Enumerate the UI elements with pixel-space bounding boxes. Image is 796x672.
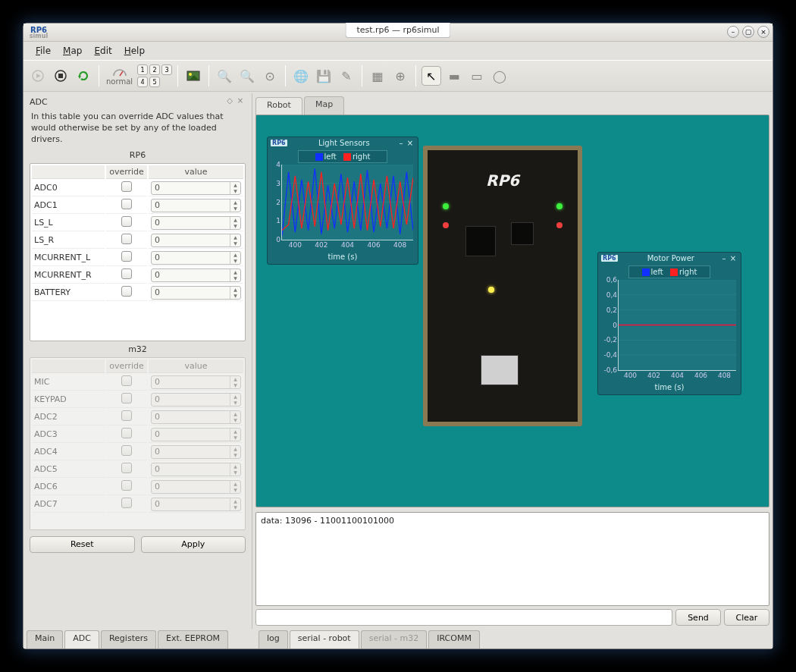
play-button[interactable] [28, 66, 48, 86]
send-button[interactable]: Send [675, 609, 721, 626]
pointer-tool[interactable]: ↖ [422, 66, 441, 86]
close-button[interactable]: × [757, 26, 769, 38]
snap-button[interactable]: ⊕ [390, 66, 410, 86]
value-spinner: 0▲▼ [151, 410, 241, 424]
override-checkbox [121, 480, 132, 491]
speed-dropdown[interactable]: normal [105, 67, 134, 86]
override-checkbox [121, 410, 132, 421]
menu-file[interactable]: File [30, 44, 57, 58]
bottom-tab[interactable]: IRCOMM [428, 630, 480, 648]
adc-panel-title: ADC [30, 97, 48, 107]
stop-button[interactable] [51, 66, 71, 86]
num-1[interactable]: 1 [137, 64, 148, 75]
value-spinner[interactable]: 0▲▼ [151, 199, 241, 212]
motor-power-panel[interactable]: RP6 Motor Power – × left right -0,6-0,4-… [597, 252, 741, 395]
override-checkbox[interactable] [121, 286, 132, 297]
tab-robot[interactable]: Robot [255, 97, 302, 115]
bottom-tab[interactable]: Main [27, 630, 63, 648]
panel-minimize-button[interactable]: – [396, 139, 406, 147]
override-checkbox [121, 463, 132, 473]
zoom-out-button[interactable]: 🔍 [237, 66, 257, 86]
image-tool[interactable] [183, 66, 203, 86]
menu-help[interactable]: Help [118, 44, 151, 58]
rect-tool[interactable]: ▬ [444, 66, 464, 86]
table-row: ADC70▲▼ [32, 497, 243, 513]
robot-board[interactable] [423, 146, 582, 426]
value-spinner: 0▲▼ [151, 463, 241, 476]
override-checkbox[interactable] [121, 181, 132, 192]
menu-edit[interactable]: Edit [88, 44, 118, 58]
svg-marker-1 [36, 74, 41, 78]
bottom-tab[interactable]: log [259, 630, 288, 648]
table-row: MCURRENT_R0▲▼ [32, 268, 243, 284]
save-button[interactable]: 💾 [314, 66, 334, 86]
grid-button[interactable]: ▦ [368, 66, 387, 86]
value-spinner: 0▲▼ [151, 375, 241, 389]
reset-button[interactable]: Reset [30, 536, 135, 553]
adc-row-name: ADC0 [32, 181, 105, 196]
adc-row-name: ADC1 [32, 198, 105, 214]
value-spinner[interactable]: 0▲▼ [151, 268, 241, 282]
table-row: ADC60▲▼ [32, 479, 243, 495]
panel-close-button[interactable]: × [729, 254, 738, 262]
tab-map[interactable]: Map [304, 96, 344, 115]
window-title: test.rp6 — rp6simul [345, 23, 450, 38]
panel-minimize-button[interactable]: – [719, 254, 729, 262]
adc-row-name: ADC5 [32, 462, 105, 478]
light-sensors-title: Light Sensors [292, 139, 396, 147]
num-2[interactable]: 2 [149, 64, 160, 75]
erase-button[interactable]: ✎ [337, 66, 356, 86]
table-row: ADC10▲▼ [32, 198, 243, 214]
value-spinner[interactable]: 0▲▼ [151, 216, 241, 230]
light-sensors-panel[interactable]: RP6 Light Sensors – × left right 0123440… [267, 137, 418, 265]
zoom-fit-button[interactable]: ⊙ [260, 66, 280, 86]
motor-power-legend: left right [628, 265, 710, 278]
num-4[interactable]: 4 [137, 77, 148, 87]
value-spinner: 0▲▼ [151, 428, 241, 441]
override-checkbox[interactable] [121, 251, 132, 262]
log-input[interactable] [255, 609, 672, 626]
bottom-tab[interactable]: serial - robot [290, 630, 359, 648]
clear-button[interactable]: Clear [724, 609, 769, 626]
panel-close-button[interactable]: × [406, 139, 415, 147]
bottom-tab[interactable]: Registers [101, 630, 156, 648]
globe-button[interactable]: 🌐 [291, 66, 311, 86]
legend-right: right [353, 152, 371, 161]
led-tool[interactable]: ▭ [467, 66, 487, 86]
override-checkbox[interactable] [121, 199, 132, 209]
override-checkbox[interactable] [121, 268, 132, 279]
toolbar: normal 1 2 3 4 5 🔍 🔍 ⊙ 🌐 💾 ✎ ▦ ⊕ ↖ ▬ ▭ [24, 60, 772, 92]
bottom-tab[interactable]: ADC [64, 630, 99, 648]
dock-float-button[interactable]: ◇ [224, 96, 235, 107]
num-5[interactable]: 5 [149, 77, 160, 87]
value-spinner[interactable]: 0▲▼ [151, 181, 241, 195]
gauge-icon [112, 67, 127, 77]
bottom-tab[interactable]: Ext. EEPROM [158, 630, 228, 648]
override-checkbox[interactable] [121, 234, 132, 244]
override-checkbox [121, 428, 132, 438]
legend-left: left [651, 268, 663, 276]
apply-button[interactable]: Apply [141, 536, 246, 553]
rp6-table: override value ADC00▲▼ADC10▲▼LS_L0▲▼LS_R… [30, 163, 246, 341]
override-checkbox [121, 393, 132, 404]
value-spinner: 0▲▼ [151, 498, 241, 511]
maximize-button[interactable]: ▢ [742, 26, 754, 38]
col-override-m32: override [106, 360, 147, 373]
adc-row-name: LS_L [32, 215, 105, 231]
value-spinner[interactable]: 0▲▼ [151, 234, 241, 247]
menu-map[interactable]: Map [57, 44, 88, 58]
log-output[interactable]: data: 13096 - 11001100101000 [255, 512, 769, 606]
zoom-in-button[interactable]: 🔍 [215, 66, 234, 86]
reload-button[interactable] [74, 66, 93, 86]
value-spinner[interactable]: 0▲▼ [151, 286, 241, 300]
robot-canvas[interactable]: RP6 Light Sensors – × left right 0123440… [255, 115, 769, 507]
circle-tool[interactable]: ◯ [490, 66, 509, 86]
value-spinner[interactable]: 0▲▼ [151, 251, 241, 265]
dock-close-button[interactable]: × [235, 96, 246, 107]
table-row: ADC50▲▼ [32, 462, 243, 478]
minimize-button[interactable]: – [727, 26, 739, 38]
override-checkbox[interactable] [121, 216, 132, 227]
adc-row-name: ADC7 [32, 497, 105, 513]
num-3[interactable]: 3 [161, 64, 172, 75]
table-row: ADC20▲▼ [32, 410, 243, 425]
